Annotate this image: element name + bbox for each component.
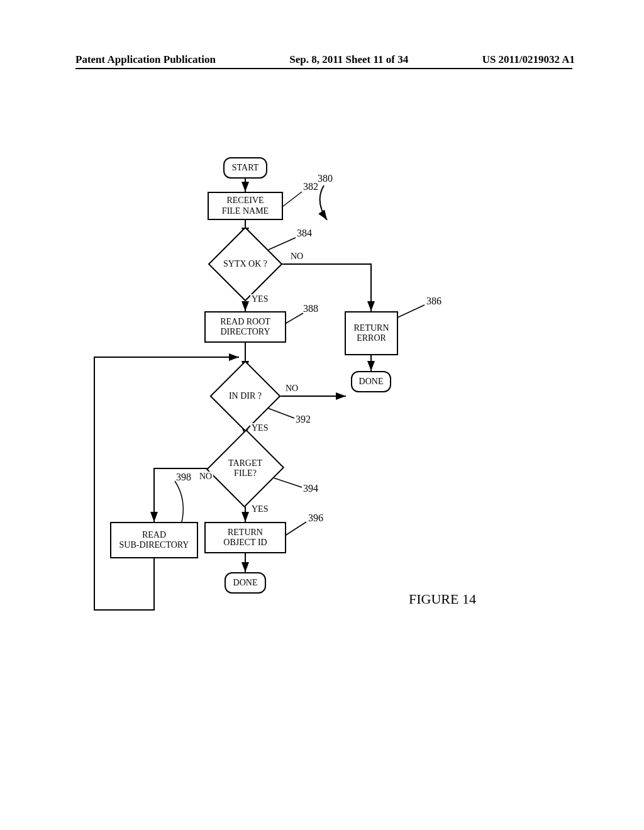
done-terminator-main: DONE: [225, 572, 266, 594]
header-mid: Sep. 8, 2011 Sheet 11 of 34: [289, 53, 408, 66]
edge-syntax-no: NO: [289, 252, 304, 262]
edge-syntax-yes: YES: [250, 294, 269, 304]
indir-label: IN DIR ?: [229, 391, 262, 401]
target-label: TARGET FILE?: [228, 458, 262, 479]
figure-caption: FIGURE 14: [409, 591, 476, 607]
readsub-label: READ SUB-DIRECTORY: [119, 530, 189, 550]
svg-line-10: [397, 305, 425, 318]
in-dir-decision: IN DIR ?: [220, 371, 270, 421]
ref-388: 388: [303, 303, 318, 314]
edge-target-yes: YES: [250, 504, 269, 514]
done2-label: DONE: [233, 578, 258, 588]
ref-396: 396: [308, 512, 323, 524]
svg-line-14: [285, 522, 306, 536]
header-left: Patent Application Publication: [75, 53, 216, 66]
return-error-process: RETURN ERROR: [345, 311, 398, 355]
svg-line-11: [285, 313, 303, 324]
page-header: Patent Application Publication Sep. 8, 2…: [0, 53, 644, 66]
receive-label: RECEIVE FILE NAME: [222, 196, 269, 216]
syntax-label: SYTX OK ?: [223, 259, 267, 269]
syntax-ok-decision: SYTX OK ?: [219, 238, 272, 290]
start-label: START: [232, 163, 258, 173]
readroot-label: READ ROOT DIRECTORY: [220, 317, 270, 337]
ref-394: 394: [303, 483, 318, 494]
receive-filename-process: RECEIVE FILE NAME: [208, 192, 283, 220]
edge-target-no: NO: [198, 472, 213, 482]
header-divider: [75, 68, 572, 69]
header-right: US 2011/0219032 A1: [482, 53, 575, 66]
ref-386: 386: [426, 296, 441, 307]
ref-392: 392: [296, 414, 311, 425]
edge-indir-yes: YES: [250, 423, 269, 433]
svg-line-8: [283, 192, 302, 206]
edge-indir-no: NO: [284, 384, 299, 394]
start-terminator: START: [223, 157, 267, 179]
retErr-label: RETURN ERROR: [354, 323, 389, 343]
ref-398: 398: [176, 472, 191, 483]
read-subdirectory-process: READ SUB-DIRECTORY: [110, 522, 198, 558]
ref-382: 382: [303, 181, 318, 192]
return-objectid-process: RETURN OBJECT ID: [204, 522, 286, 553]
done1-label: DONE: [359, 377, 384, 387]
done-terminator-error: DONE: [351, 371, 391, 392]
read-root-process: READ ROOT DIRECTORY: [204, 311, 286, 343]
flow-connectors: [75, 157, 572, 692]
target-file-decision: TARGET FILE?: [215, 437, 275, 500]
ref-380: 380: [318, 173, 333, 184]
ref-384: 384: [297, 228, 312, 239]
returnid-label: RETURN OBJECT ID: [223, 528, 267, 548]
svg-line-13: [274, 478, 302, 487]
flowchart: START RECEIVE FILE NAME SYTX OK ? READ R…: [75, 157, 572, 692]
